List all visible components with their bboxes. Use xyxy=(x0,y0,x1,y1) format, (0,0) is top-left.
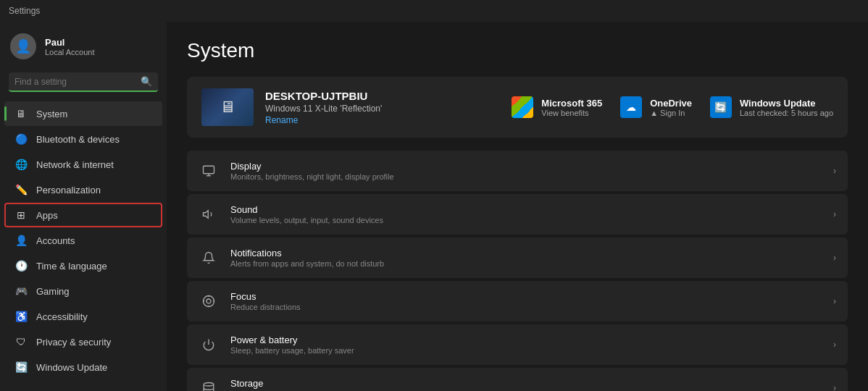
nav-label-network: Network & internet xyxy=(36,159,114,170)
nav-list: 🖥 System🔵 Bluetooth & devices🌐 Network &… xyxy=(0,101,167,380)
svg-point-5 xyxy=(206,299,211,303)
nav-label-apps: Apps xyxy=(36,210,58,221)
action-onedrive[interactable]: ☁ OneDrive ▲ Sign In xyxy=(619,96,692,119)
action-sub-winupdate: Last checked: 5 hours ago xyxy=(740,109,833,117)
sidebar-item-accessibility[interactable]: ♿ Accessibility xyxy=(4,304,162,329)
sidebar-item-personalization[interactable]: ✏️ Personalization xyxy=(4,177,162,202)
action-icon-ms365 xyxy=(511,96,534,119)
nav-label-bluetooth: Bluetooth & devices xyxy=(36,134,120,145)
settings-icon-storage xyxy=(199,378,219,391)
settings-title-sound: Sound xyxy=(230,204,822,215)
sidebar-item-apps[interactable]: ⊞ Apps xyxy=(4,203,162,227)
topbar: Settings xyxy=(0,0,868,22)
nav-label-personalization: Personalization xyxy=(36,185,101,196)
pc-os: Windows 11 X-Lite 'Reflection' xyxy=(265,104,382,114)
page-title: System xyxy=(187,39,848,62)
action-sub-onedrive: ▲ Sign In xyxy=(650,109,692,117)
user-name: Paul xyxy=(45,37,95,48)
action-sub-ms365: View benefits xyxy=(541,109,602,117)
nav-icon-winupdate: 🔄 xyxy=(14,361,28,374)
nav-icon-network: 🌐 xyxy=(14,158,28,171)
nav-icon-personalization: ✏️ xyxy=(14,183,28,196)
settings-item-display[interactable]: Display Monitors, brightness, night ligh… xyxy=(187,151,848,191)
sidebar-item-accounts[interactable]: 👤 Accounts xyxy=(4,228,162,253)
nav-icon-accounts: 👤 xyxy=(14,234,28,247)
sidebar-item-winupdate[interactable]: 🔄 Windows Update xyxy=(4,355,162,379)
sidebar-item-time[interactable]: 🕐 Time & language xyxy=(4,253,162,278)
settings-title-storage: Storage xyxy=(230,378,822,389)
action-title-winupdate: Windows Update xyxy=(740,98,833,109)
avatar-icon: 👤 xyxy=(15,38,31,54)
search-icon: 🔍 xyxy=(141,76,152,87)
main-content: System 🖥 DESKTOP-UJTPBIU Windows 11 X-Li… xyxy=(167,22,868,391)
settings-item-storage[interactable]: Storage Storage space, drives, configura… xyxy=(187,368,848,391)
action-icon-onedrive: ☁ xyxy=(619,96,643,119)
chevron-icon-storage: › xyxy=(833,383,836,391)
svg-rect-0 xyxy=(204,166,214,174)
settings-title-notifications: Notifications xyxy=(230,248,822,258)
action-winupdate[interactable]: 🔄 Windows Update Last checked: 5 hours a… xyxy=(709,96,833,119)
settings-desc-display: Monitors, brightness, night light, displ… xyxy=(230,172,822,181)
nav-icon-time: 🕐 xyxy=(14,259,28,272)
nav-label-gaming: Gaming xyxy=(36,286,70,297)
sidebar: 👤 Paul Local Account 🔍 🖥 System🔵 Bluetoo… xyxy=(0,22,167,391)
chevron-icon-notifications: › xyxy=(833,253,836,263)
nav-label-winupdate: Windows Update xyxy=(36,362,107,373)
sidebar-item-bluetooth[interactable]: 🔵 Bluetooth & devices xyxy=(4,127,162,151)
settings-icon-focus xyxy=(199,291,219,311)
user-section[interactable]: 👤 Paul Local Account xyxy=(0,22,167,70)
sidebar-item-privacy[interactable]: 🛡 Privacy & security xyxy=(4,329,162,354)
nav-icon-privacy: 🛡 xyxy=(14,335,28,348)
nav-label-accessibility: Accessibility xyxy=(36,311,88,322)
nav-label-system: System xyxy=(36,109,67,119)
nav-icon-bluetooth: 🔵 xyxy=(14,133,28,146)
settings-item-notifications[interactable]: Notifications Alerts from apps and syste… xyxy=(187,237,848,278)
nav-label-privacy: Privacy & security xyxy=(36,337,111,348)
settings-icon-power xyxy=(199,335,219,355)
settings-title-focus: Focus xyxy=(230,291,822,302)
settings-desc-sound: Volume levels, output, input, sound devi… xyxy=(230,216,822,224)
settings-desc-focus: Reduce distractions xyxy=(230,303,822,311)
settings-desc-power: Sleep, battery usage, battery saver xyxy=(230,346,822,355)
svg-marker-3 xyxy=(204,211,209,219)
settings-title-display: Display xyxy=(230,161,822,172)
settings-list: Display Monitors, brightness, night ligh… xyxy=(187,151,848,391)
settings-desc-notifications: Alerts from apps and system, do not dist… xyxy=(230,259,822,268)
search-input[interactable] xyxy=(14,77,136,87)
search-box[interactable]: 🔍 xyxy=(9,72,158,92)
settings-icon-sound xyxy=(199,204,219,224)
settings-icon-display xyxy=(199,161,219,181)
chevron-icon-power: › xyxy=(833,340,836,350)
chevron-icon-focus: › xyxy=(833,296,836,306)
system-actions: Microsoft 365 View benefits ☁ OneDrive ▲… xyxy=(511,96,833,119)
chevron-icon-display: › xyxy=(833,166,836,176)
settings-item-power[interactable]: Power & battery Sleep, battery usage, ba… xyxy=(187,324,848,365)
nav-label-accounts: Accounts xyxy=(36,235,75,246)
nav-icon-gaming: 🎮 xyxy=(14,285,28,298)
user-type: Local Account xyxy=(45,48,95,56)
sidebar-item-network[interactable]: 🌐 Network & internet xyxy=(4,152,162,177)
chevron-icon-sound: › xyxy=(833,209,836,219)
system-header: 🖥 DESKTOP-UJTPBIU Windows 11 X-Lite 'Ref… xyxy=(187,77,848,138)
sidebar-item-gaming[interactable]: 🎮 Gaming xyxy=(4,279,162,303)
action-icon-winupdate: 🔄 xyxy=(709,96,733,119)
nav-label-time: Time & language xyxy=(36,261,107,272)
action-title-onedrive: OneDrive xyxy=(650,98,692,109)
settings-icon-notifications xyxy=(199,248,219,268)
avatar: 👤 xyxy=(10,33,36,59)
action-title-ms365: Microsoft 365 xyxy=(541,98,602,109)
settings-title-power: Power & battery xyxy=(230,335,822,345)
sidebar-item-system[interactable]: 🖥 System xyxy=(4,101,162,126)
svg-point-4 xyxy=(204,296,214,307)
action-ms365[interactable]: Microsoft 365 View benefits xyxy=(511,96,602,119)
settings-item-focus[interactable]: Focus Reduce distractions › xyxy=(187,281,848,321)
svg-point-11 xyxy=(204,383,214,387)
topbar-title: Settings xyxy=(9,6,40,16)
settings-item-sound[interactable]: Sound Volume levels, output, input, soun… xyxy=(187,194,848,235)
nav-icon-system: 🖥 xyxy=(14,107,28,120)
rename-link[interactable]: Rename xyxy=(265,115,382,125)
pc-thumbnail: 🖥 xyxy=(201,88,254,126)
pc-name: DESKTOP-UJTPBIU xyxy=(265,90,382,102)
nav-icon-accessibility: ♿ xyxy=(14,310,28,323)
nav-icon-apps: ⊞ xyxy=(14,209,28,222)
